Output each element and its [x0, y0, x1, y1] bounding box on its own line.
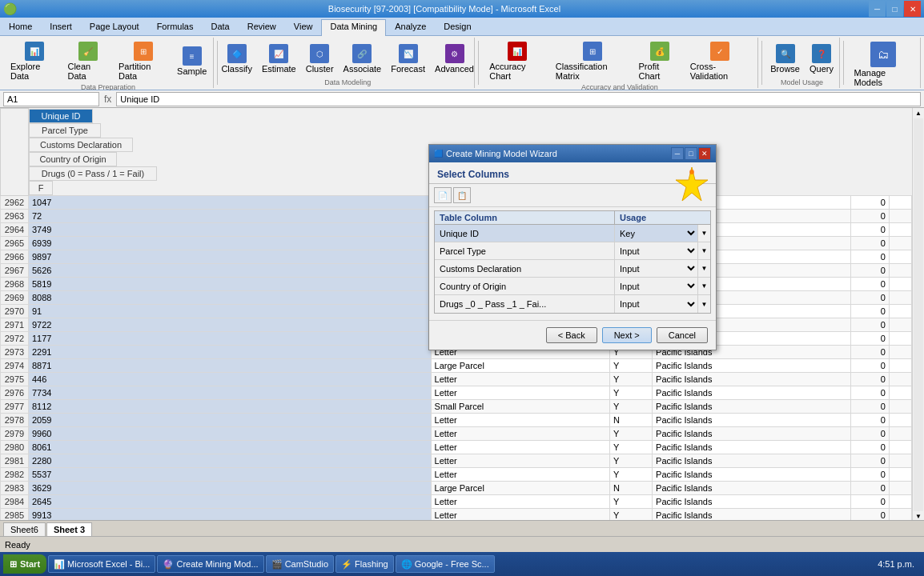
cell-drugs[interactable]: 0: [851, 386, 889, 399]
wizard-close-button[interactable]: ✕: [698, 147, 711, 160]
cell-country[interactable]: Pacific Islands: [653, 372, 851, 386]
estimate-button[interactable]: 📈 Estimate: [258, 42, 300, 76]
tab-review[interactable]: Review: [239, 19, 285, 35]
accuracy-chart-button[interactable]: 📊 Accuracy Chart: [485, 39, 550, 83]
wizard-usage-select[interactable]: Key Input Predict Ignore: [615, 278, 697, 294]
cell-drugs[interactable]: 0: [851, 508, 889, 520]
tab-insert[interactable]: Insert: [41, 19, 81, 35]
wizard-usage-dropdown-btn[interactable]: ▼: [697, 225, 710, 242]
cell-drugs[interactable]: 0: [851, 467, 889, 481]
cell-customs[interactable]: Y: [610, 386, 653, 399]
cell-unique-id[interactable]: 5537: [29, 467, 432, 481]
taskbar-flashing[interactable]: ⚡ Flashing: [335, 555, 394, 573]
cell-parcel-type[interactable]: Letter: [431, 372, 609, 386]
cell-drugs[interactable]: 0: [851, 481, 889, 494]
cell-unique-id[interactable]: 5819: [29, 277, 432, 290]
cell-f[interactable]: [889, 426, 911, 440]
name-box[interactable]: [3, 92, 99, 106]
cell-parcel-type[interactable]: Letter: [431, 494, 609, 508]
cell-unique-id[interactable]: 9722: [29, 318, 432, 331]
col-header-customs[interactable]: Customs Declaration: [29, 138, 133, 152]
cell-customs[interactable]: Y: [610, 399, 653, 413]
col-header-drugs[interactable]: Drugs (0 = Pass / 1 = Fail): [29, 166, 157, 181]
cell-drugs[interactable]: 0: [851, 440, 889, 454]
back-button[interactable]: < Back: [546, 327, 597, 343]
cell-country[interactable]: Pacific Islands: [653, 454, 851, 467]
scroll-down-arrow[interactable]: ▼: [915, 513, 922, 520]
cross-validation-button[interactable]: ✓ Cross-Validation: [686, 39, 754, 83]
tab-data[interactable]: Data: [202, 19, 238, 35]
clean-data-button[interactable]: 🧹 Clean Data: [63, 39, 112, 83]
cell-f[interactable]: [889, 386, 911, 399]
cell-f[interactable]: [889, 250, 911, 263]
cell-parcel-type[interactable]: Letter: [431, 426, 609, 440]
col-header-country[interactable]: Country of Origin: [29, 152, 117, 166]
cell-unique-id[interactable]: 7734: [29, 386, 432, 399]
wizard-tool-btn-1[interactable]: 📄: [434, 187, 452, 203]
maximize-button[interactable]: □: [886, 1, 903, 17]
cell-unique-id[interactable]: 9960: [29, 426, 432, 440]
cell-unique-id[interactable]: 2291: [29, 345, 432, 358]
cell-unique-id[interactable]: 3629: [29, 481, 432, 494]
cell-parcel-type[interactable]: Letter: [431, 508, 609, 520]
cell-unique-id[interactable]: 9897: [29, 250, 432, 263]
cell-f[interactable]: [889, 399, 911, 413]
cell-f[interactable]: [889, 508, 911, 520]
cell-drugs[interactable]: 0: [851, 209, 889, 222]
taskbar-google[interactable]: 🌐 Google - Free Sc...: [396, 555, 495, 573]
cell-parcel-type[interactable]: Letter: [431, 440, 609, 454]
cell-f[interactable]: [889, 481, 911, 494]
cell-drugs[interactable]: 0: [851, 290, 889, 304]
cell-country[interactable]: Pacific Islands: [653, 440, 851, 454]
close-button[interactable]: ✕: [904, 1, 921, 17]
cell-country[interactable]: Pacific Islands: [653, 494, 851, 508]
cell-drugs[interactable]: 0: [851, 236, 889, 250]
cell-f[interactable]: [889, 413, 911, 426]
cell-unique-id[interactable]: 8088: [29, 290, 432, 304]
cell-parcel-type[interactable]: Letter: [431, 454, 609, 467]
tab-view[interactable]: View: [285, 19, 322, 35]
taskbar-camstudio[interactable]: 🎬 CamStudio: [266, 555, 334, 573]
wizard-row[interactable]: Unique ID Key Input Predict Ignore ▼: [435, 225, 710, 242]
taskbar-excel[interactable]: 📊 Microsoft Excel - Bi...: [48, 555, 155, 573]
cell-f[interactable]: [889, 195, 911, 209]
wizard-restore-button[interactable]: □: [685, 147, 697, 160]
advanced-button[interactable]: ⚙ Advanced: [431, 42, 478, 76]
cell-unique-id[interactable]: 8061: [29, 440, 432, 454]
cell-country[interactable]: Pacific Islands: [653, 481, 851, 494]
cell-drugs[interactable]: 0: [851, 426, 889, 440]
col-header-parcel-type[interactable]: Parcel Type: [29, 123, 101, 138]
cell-f[interactable]: [889, 440, 911, 454]
cell-customs[interactable]: Y: [610, 440, 653, 454]
cell-country[interactable]: Pacific Islands: [653, 508, 851, 520]
tab-home[interactable]: Home: [0, 19, 41, 35]
cell-unique-id[interactable]: 8112: [29, 399, 432, 413]
minimize-button[interactable]: ─: [869, 1, 886, 17]
cell-f[interactable]: [889, 290, 911, 304]
wizard-row[interactable]: Country of Origin Key Input Predict Igno…: [435, 278, 710, 295]
cell-unique-id[interactable]: 3749: [29, 222, 432, 236]
start-button[interactable]: ⊞ Start: [3, 554, 46, 574]
cell-f[interactable]: [889, 358, 911, 372]
taskbar-mining[interactable]: 🔮 Create Mining Mod...: [157, 555, 263, 573]
wizard-usage-select[interactable]: Key Input Predict Ignore: [615, 295, 697, 313]
cell-drugs[interactable]: 0: [851, 413, 889, 426]
cell-drugs[interactable]: 0: [851, 263, 889, 277]
sheet-tab-sheet6[interactable]: Sheet6: [3, 522, 46, 536]
cell-drugs[interactable]: 0: [851, 304, 889, 318]
cell-drugs[interactable]: 0: [851, 331, 889, 345]
cell-country[interactable]: Pacific Islands: [653, 467, 851, 481]
forecast-button[interactable]: 📉 Forecast: [387, 42, 429, 76]
cell-drugs[interactable]: 0: [851, 195, 889, 209]
sheet-tab-sheet3[interactable]: Sheet 3: [46, 522, 92, 536]
cell-drugs[interactable]: 0: [851, 345, 889, 358]
cell-customs[interactable]: N: [610, 413, 653, 426]
next-button[interactable]: Next >: [602, 327, 652, 343]
cell-drugs[interactable]: 0: [851, 277, 889, 290]
cell-f[interactable]: [889, 345, 911, 358]
profit-chart-button[interactable]: 💰 Profit Chart: [635, 39, 685, 83]
tab-data-mining[interactable]: Data Mining: [321, 19, 386, 36]
scrollbar-track[interactable]: [914, 118, 923, 511]
classify-button[interactable]: 🔷 Classify: [217, 42, 256, 76]
cell-f[interactable]: [889, 372, 911, 386]
